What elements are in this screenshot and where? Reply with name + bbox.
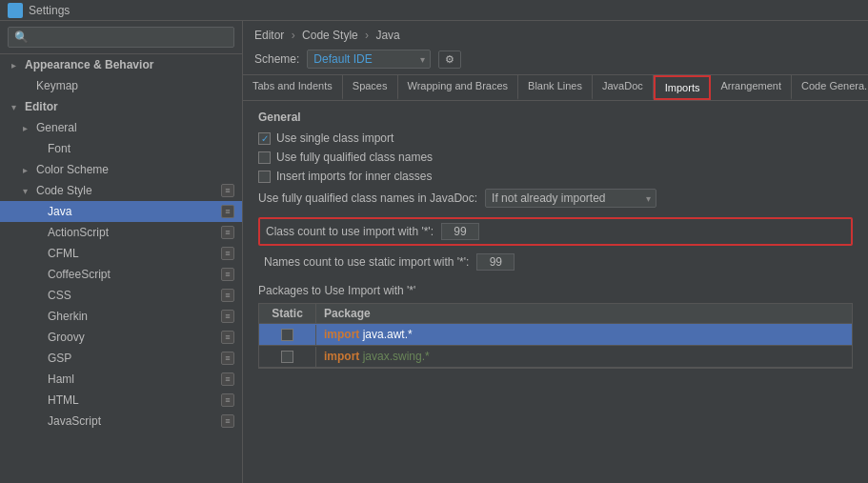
sidebar-label-editor: Editor — [25, 100, 58, 113]
tab-wrapping[interactable]: Wrapping and Braces — [398, 75, 519, 100]
sidebar-item-colorscheme[interactable]: Color Scheme — [0, 159, 242, 180]
qualified-select[interactable]: If not already imported Always Never — [485, 189, 656, 208]
package-row-row2[interactable]: import javax.swing.* — [259, 346, 852, 368]
sidebar-label-java: Java — [48, 205, 71, 218]
general-section-title: General — [258, 111, 853, 124]
tab-spaces[interactable]: Spaces — [343, 75, 398, 100]
sidebar-item-html[interactable]: HTML≡ — [0, 390, 242, 411]
breadcrumb-codestyle: Code Style — [302, 29, 358, 42]
sidebar-label-appearance: Appearance & Behavior — [25, 58, 153, 71]
search-box — [0, 21, 242, 54]
checkbox-inner-classes[interactable] — [258, 171, 271, 183]
sidebar-item-general[interactable]: General — [0, 117, 242, 138]
packages-title: Packages to Use Import with '*' — [258, 284, 853, 297]
badge-javascript: ≡ — [221, 414, 234, 428]
title-bar: Settings — [0, 0, 868, 21]
packages-table: Static Package import java.awt.*import j… — [258, 303, 853, 369]
breadcrumb-sep2: › — [365, 29, 369, 42]
sidebar-item-appearance[interactable]: Appearance & Behavior — [0, 54, 242, 75]
sidebar-item-actionscript[interactable]: ActionScript≡ — [0, 222, 242, 243]
checkbox-single-class[interactable] — [258, 132, 271, 145]
qualified-label: Use fully qualified class names in JavaD… — [258, 191, 477, 205]
static-cell-row1 — [259, 325, 316, 345]
tab-blank-lines[interactable]: Blank Lines — [518, 75, 593, 100]
option-label-single-class: Use single class import — [276, 131, 394, 145]
badge-coffeescript: ≡ — [221, 268, 234, 281]
sidebar-item-editor[interactable]: Editor — [0, 96, 242, 117]
static-checkbox-row2[interactable] — [281, 351, 293, 363]
breadcrumb-sep1: › — [292, 29, 295, 42]
sidebar-item-gherkin[interactable]: Gherkin≡ — [0, 306, 242, 327]
sidebar-item-groovy[interactable]: Groovy≡ — [0, 327, 242, 348]
badge-groovy: ≡ — [221, 331, 234, 344]
sidebar-label-general: General — [36, 121, 77, 134]
arrow-icon-colorscheme — [23, 165, 32, 174]
names-count-row: Names count to use static import with '*… — [258, 250, 853, 274]
badge-cfml: ≡ — [221, 247, 234, 260]
sidebar-item-codestyle[interactable]: Code Style≡ — [0, 180, 242, 201]
sidebar-label-groovy: Groovy — [48, 331, 85, 344]
sidebar-item-cfml[interactable]: CFML≡ — [0, 243, 242, 264]
qualified-row: Use fully qualified class names in JavaD… — [258, 189, 853, 208]
badge-css: ≡ — [221, 289, 234, 302]
arrow-icon-general — [23, 123, 32, 132]
sidebar-item-haml[interactable]: Haml≡ — [0, 369, 242, 390]
sidebar-item-javascript[interactable]: JavaScript≡ — [0, 411, 242, 432]
tab-imports[interactable]: Imports — [654, 75, 712, 100]
scheme-select[interactable]: Default IDE — [307, 50, 431, 69]
scheme-label: Scheme: — [254, 52, 299, 66]
badge-java: ≡ — [221, 205, 234, 218]
scheme-row: Scheme: Default IDE ⚙ — [254, 50, 857, 69]
badge-gsp: ≡ — [221, 352, 234, 365]
packages-header: Static Package — [259, 304, 852, 324]
sidebar-item-css[interactable]: CSS≡ — [0, 285, 242, 306]
main-container: Appearance & BehaviorKeymapEditorGeneral… — [0, 21, 868, 483]
import-keyword-row2: import — [324, 350, 363, 363]
names-count-input[interactable] — [476, 253, 515, 271]
packages-rows-container: import java.awt.*import javax.swing.* — [259, 324, 852, 368]
sidebar-item-gsp[interactable]: GSP≡ — [0, 348, 242, 369]
col-package-header: Package — [316, 304, 852, 323]
sidebar-label-css: CSS — [48, 289, 71, 302]
tabs-bar: Tabs and IndentsSpacesWrapping and Brace… — [243, 75, 868, 101]
package-cell-row2: import javax.swing.* — [316, 346, 852, 367]
tab-javadoc[interactable]: JavaDoc — [593, 75, 654, 100]
package-row-row1[interactable]: import java.awt.* — [259, 324, 852, 346]
sidebar-item-keymap[interactable]: Keymap — [0, 75, 242, 96]
sidebar-item-font[interactable]: Font — [0, 138, 242, 159]
arrow-icon-editor — [11, 102, 21, 111]
tab-code-generation[interactable]: Code Genera... — [792, 75, 868, 100]
sidebar-label-font: Font — [48, 142, 71, 155]
sidebar-items: Appearance & BehaviorKeymapEditorGeneral… — [0, 54, 242, 483]
main-content: General Use single class importUse fully… — [243, 101, 868, 483]
sidebar-label-cfml: CFML — [48, 247, 79, 260]
sidebar-item-java[interactable]: Java≡ — [0, 201, 242, 222]
options-container: Use single class importUse fully qualifi… — [258, 131, 853, 183]
option-label-inner-classes: Insert imports for inner classes — [276, 170, 432, 183]
class-count-label: Class count to use import with '*': — [266, 225, 434, 238]
search-input[interactable] — [8, 27, 234, 48]
static-checkbox-row1[interactable] — [281, 329, 293, 341]
import-value-row1: java.awt.* — [363, 328, 413, 341]
checkbox-fully-qualified[interactable] — [258, 151, 271, 164]
badge-html: ≡ — [221, 393, 234, 407]
sidebar-label-colorscheme: Color Scheme — [36, 163, 109, 176]
sidebar-label-coffeescript: CoffeeScript — [48, 268, 111, 281]
tab-tabs-indents[interactable]: Tabs and Indents — [243, 75, 343, 100]
names-count-label: Names count to use static import with '*… — [264, 255, 469, 269]
sidebar-label-keymap: Keymap — [36, 79, 78, 92]
arrow-icon-appearance — [11, 60, 21, 70]
qualified-select-wrapper: If not already imported Always Never — [485, 189, 656, 208]
gear-button[interactable]: ⚙ — [438, 50, 461, 69]
option-row-inner-classes: Insert imports for inner classes — [258, 170, 853, 183]
sidebar-label-haml: Haml — [48, 372, 74, 386]
title-bar-text: Settings — [29, 4, 70, 17]
sidebar-item-coffeescript[interactable]: CoffeeScript≡ — [0, 264, 242, 285]
content-area: Editor › Code Style › Java Scheme: Defau… — [243, 21, 868, 483]
option-row-single-class: Use single class import — [258, 131, 853, 145]
badge-haml: ≡ — [221, 372, 234, 386]
class-count-input[interactable] — [441, 223, 479, 240]
package-cell-row1: import java.awt.* — [316, 324, 852, 345]
tab-arrangement[interactable]: Arrangement — [711, 75, 792, 100]
badge-gherkin: ≡ — [221, 310, 234, 323]
